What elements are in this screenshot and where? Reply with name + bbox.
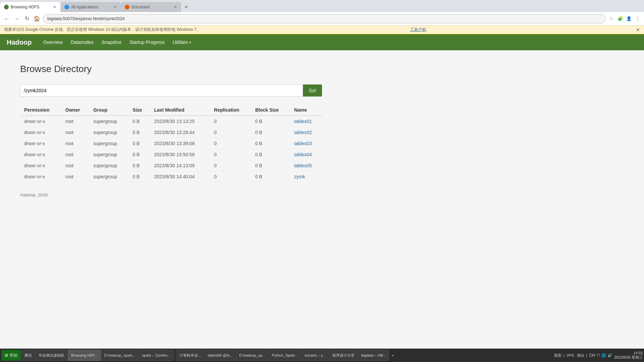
table-row: drwxr-xr-x root supergroup 0 B 2023/8/30… — [20, 138, 322, 149]
cell-last-modified: 2023/8/30 14:40:04 — [150, 171, 210, 182]
cell-permission: drwxr-xr-x — [20, 138, 61, 149]
new-tab-button[interactable]: + — [181, 2, 191, 12]
cell-size: 0 B — [128, 138, 150, 149]
go-button[interactable]: Go! — [303, 84, 322, 97]
cell-replication: 0 — [210, 116, 251, 127]
address-input[interactable] — [43, 14, 606, 23]
tab-browsing-hdfs[interactable]: Browsing HDFS ✕ — [0, 2, 60, 12]
menu-icon[interactable]: ⋮ — [634, 15, 641, 22]
dir-link-zymk[interactable]: zymk — [294, 174, 305, 179]
cell-size: 0 B — [128, 149, 150, 160]
extensions-icon[interactable]: 🧩 — [616, 15, 624, 22]
main-content: Browse Directory Go! Permission Owner Gr… — [0, 50, 644, 258]
dir-link-tables01[interactable]: tables01 — [294, 119, 312, 124]
cell-group: supergroup — [89, 160, 128, 171]
hadoop-navbar: Hadoop Overview Datanodes Snapshot Start… — [0, 34, 644, 50]
tab-all-applications[interactable]: All Applications ✕ — [60, 2, 121, 12]
col-owner: Owner — [61, 105, 89, 116]
cell-block-size: 0 B — [251, 138, 290, 149]
col-name: Name — [290, 105, 322, 116]
tab-favicon-3 — [125, 5, 129, 9]
col-block-size: Block Size — [251, 105, 290, 116]
tab-title-3: Document — [131, 5, 172, 9]
cell-name[interactable]: tables01 — [290, 116, 322, 127]
cell-name[interactable]: tables03 — [290, 138, 322, 149]
cell-block-size: 0 B — [251, 149, 290, 160]
back-button[interactable]: ← — [3, 15, 11, 23]
cell-replication: 0 — [210, 160, 251, 171]
dir-link-tables02[interactable]: tables02 — [294, 130, 312, 135]
nav-overview[interactable]: Overview — [43, 38, 62, 46]
cell-owner: root — [61, 127, 89, 138]
warning-bar: 我要求访问 Google Chrome 反馈。您正在使用 Windows 10 … — [0, 25, 644, 34]
col-size: Size — [128, 105, 150, 116]
nav-utilities-dropdown[interactable]: Utilities ▾ — [173, 38, 191, 46]
table-row: drwxr-xr-x root supergroup 0 B 2023/8/30… — [20, 116, 322, 127]
cell-last-modified: 2023/8/30 13:28:44 — [150, 127, 210, 138]
warning-close-button[interactable]: ✕ — [636, 27, 640, 33]
tab-title-1: Browsing HDFS — [11, 5, 51, 9]
cell-group: supergroup — [89, 127, 128, 138]
col-permission: Permission — [20, 105, 61, 116]
cell-group: supergroup — [89, 116, 128, 127]
cell-last-modified: 2023/8/30 13:13:25 — [150, 116, 210, 127]
cell-block-size: 0 B — [251, 160, 290, 171]
chevron-down-icon: ▾ — [189, 41, 191, 44]
cell-name[interactable]: tables05 — [290, 160, 322, 171]
cell-last-modified: 2023/8/30 13:39:08 — [150, 138, 210, 149]
tab-close-2[interactable]: ✕ — [113, 5, 117, 9]
bookmark-icon[interactable]: ☆ — [608, 15, 615, 22]
tab-document[interactable]: Document ✕ — [121, 2, 181, 12]
footer-text: Hadoop, 2018. — [20, 192, 624, 197]
cell-permission: drwxr-xr-x — [20, 160, 61, 171]
warning-text: 我要求访问 Google Chrome 反馈。您正在使用 Windows 10 … — [4, 27, 200, 33]
tab-close-1[interactable]: ✕ — [53, 5, 56, 9]
profile-icon[interactable]: 👤 — [625, 15, 633, 22]
table-header-row: Permission Owner Group Size Last Modifie… — [20, 105, 322, 116]
dir-link-tables05[interactable]: tables05 — [294, 163, 312, 168]
nav-startup-progress[interactable]: Startup Progress — [129, 38, 165, 46]
address-actions: ☆ 🧩 👤 ⋮ — [608, 15, 641, 22]
forward-button[interactable]: → — [13, 15, 21, 23]
dir-link-tables03[interactable]: tables03 — [294, 141, 312, 146]
cell-owner: root — [61, 149, 89, 160]
page-title: Browse Directory — [20, 64, 624, 74]
path-row: Go! — [20, 84, 322, 97]
cell-group: supergroup — [89, 171, 128, 182]
home-button[interactable]: 🏠 — [33, 15, 41, 23]
reload-button[interactable]: ↻ — [23, 15, 31, 23]
tab-bar: Browsing HDFS ✕ All Applications ✕ Docum… — [0, 0, 644, 12]
cell-replication: 0 — [210, 171, 251, 182]
dir-link-tables04[interactable]: tables04 — [294, 152, 312, 157]
cell-block-size: 0 B — [251, 116, 290, 127]
nav-datanodes[interactable]: Datanodes — [71, 38, 94, 46]
col-group: Group — [89, 105, 128, 116]
cell-size: 0 B — [128, 116, 150, 127]
cell-permission: drwxr-xr-x — [20, 149, 61, 160]
cell-name[interactable]: zymk — [290, 171, 322, 182]
cell-owner: root — [61, 116, 89, 127]
hadoop-logo: Hadoop — [7, 39, 32, 46]
cell-last-modified: 2023/8/30 14:13:09 — [150, 160, 210, 171]
cell-name[interactable]: tables04 — [290, 149, 322, 160]
cell-owner: root — [61, 138, 89, 149]
cell-size: 0 B — [128, 127, 150, 138]
cell-replication: 0 — [210, 127, 251, 138]
directory-table: Permission Owner Group Size Last Modifie… — [20, 105, 322, 182]
nav-utilities[interactable]: Utilities — [173, 38, 188, 46]
table-row: drwxr-xr-x root supergroup 0 B 2023/8/30… — [20, 160, 322, 171]
cell-group: supergroup — [89, 138, 128, 149]
table-row: drwxr-xr-x root supergroup 0 B 2023/8/30… — [20, 149, 322, 160]
cell-group: supergroup — [89, 149, 128, 160]
cell-permission: drwxr-xr-x — [20, 116, 61, 127]
cell-name[interactable]: tables02 — [290, 127, 322, 138]
nav-snapshot[interactable]: Snapshot — [102, 38, 121, 46]
path-input[interactable] — [20, 84, 303, 97]
col-last-modified: Last Modified — [150, 105, 210, 116]
table-row: drwxr-xr-x root supergroup 0 B 2023/8/30… — [20, 127, 322, 138]
tab-close-3[interactable]: ✕ — [174, 5, 177, 9]
cell-owner: root — [61, 171, 89, 182]
col-replication: Replication — [210, 105, 251, 116]
warning-link[interactable]: 工新户机 — [410, 27, 426, 33]
cell-size: 0 B — [128, 160, 150, 171]
